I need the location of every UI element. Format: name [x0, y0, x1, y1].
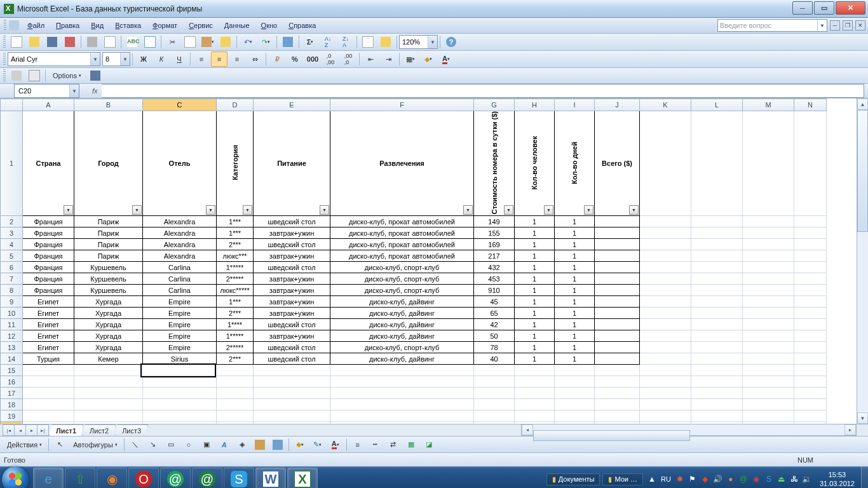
empty-cell[interactable] — [254, 410, 330, 422]
sort-asc-button[interactable]: A↓Z — [320, 34, 336, 50]
print-button[interactable] — [84, 34, 100, 50]
data-cell[interactable]: люкс***** — [217, 285, 254, 296]
empty-cell[interactable] — [474, 410, 515, 422]
oval-button[interactable]: ○ — [180, 437, 197, 452]
data-cell[interactable]: Париж — [74, 216, 143, 227]
empty-cell[interactable] — [515, 388, 555, 399]
data-cell[interactable]: 45 — [474, 296, 515, 308]
data-cell[interactable]: 78 — [474, 342, 515, 353]
empty-cell[interactable] — [515, 410, 555, 422]
taskbar-utorrent-button[interactable]: ⇧ — [65, 468, 95, 488]
underline-button[interactable]: Ч — [171, 51, 187, 67]
start-button[interactable] — [2, 466, 29, 488]
filter-button[interactable]: ▼ — [629, 205, 639, 215]
scroll-thumb[interactable] — [533, 430, 690, 441]
tab-nav-last-button[interactable]: ▸| — [37, 424, 49, 436]
taskbar-mailru-button[interactable]: @ — [160, 468, 191, 488]
empty-cell[interactable] — [640, 376, 691, 388]
data-cell[interactable]: Куршевель — [74, 273, 143, 285]
row-header-1[interactable]: 1 — [1, 111, 23, 216]
empty-cell[interactable] — [640, 410, 691, 422]
show-desktop-button[interactable] — [861, 466, 868, 488]
data-cell[interactable]: 2*** — [217, 353, 254, 365]
data-cell[interactable] — [595, 227, 640, 239]
menu-справка[interactable]: Справка — [283, 19, 322, 32]
row-header-2[interactable]: 2 — [1, 216, 23, 227]
toolbar-extra-button[interactable] — [87, 68, 104, 83]
empty-cell[interactable] — [217, 388, 254, 399]
data-cell[interactable]: Франция — [23, 227, 74, 239]
data-cell[interactable]: 1*** — [217, 216, 254, 227]
data-cell[interactable]: Франция — [23, 239, 74, 250]
menu-файл[interactable]: Файл — [22, 19, 50, 32]
taskbar-opera-button[interactable]: O — [128, 468, 159, 488]
mdi-close-button[interactable]: ✕ — [855, 20, 865, 30]
currency-button[interactable]: ₽ — [269, 51, 285, 67]
empty-cell[interactable] — [330, 388, 474, 399]
tab-nav-prev-button[interactable]: ◂ — [14, 424, 26, 436]
data-cell[interactable]: завтрак+ужин — [254, 285, 330, 296]
data-cell[interactable]: Франция — [23, 250, 74, 262]
filter-button[interactable]: ▼ — [132, 205, 142, 215]
data-cell[interactable]: шведский стол — [254, 353, 330, 365]
data-cell[interactable] — [595, 296, 640, 308]
empty-cell[interactable] — [217, 365, 254, 376]
tab-nav-next-button[interactable]: ▸ — [25, 424, 37, 436]
paste-button[interactable]: ▾ — [200, 34, 216, 50]
empty-cell[interactable] — [254, 376, 330, 388]
data-cell[interactable]: диско-клуб, прокат автомобилей — [330, 227, 474, 239]
empty-cell[interactable] — [555, 410, 595, 422]
clipart-button[interactable] — [252, 437, 268, 452]
maximize-button[interactable]: ▭ — [814, 1, 834, 15]
row-header-10[interactable]: 10 — [1, 308, 23, 319]
percent-button[interactable]: % — [287, 51, 303, 67]
empty-cell[interactable] — [23, 376, 74, 388]
draw-actions-button[interactable]: Действия▾ — [3, 437, 46, 452]
data-cell[interactable]: Франция — [23, 285, 74, 296]
tray-lang[interactable]: RU — [661, 475, 671, 483]
new-button[interactable] — [8, 34, 25, 50]
data-cell[interactable]: Египет — [23, 296, 74, 308]
data-cell[interactable]: Кемер — [74, 353, 143, 365]
redo-button[interactable]: ↷▾ — [257, 34, 274, 50]
empty-cell[interactable] — [474, 388, 515, 399]
sheet-tab-Лист3[interactable]: Лист3 — [115, 424, 148, 436]
data-cell[interactable] — [595, 250, 640, 262]
tab-nav-first-button[interactable]: |◂ — [3, 424, 15, 436]
data-cell[interactable]: Alexandra — [143, 227, 217, 239]
arrow-button[interactable]: ↘ — [145, 437, 161, 452]
menu-вставка[interactable]: Вставка — [109, 19, 147, 32]
spellcheck-button[interactable]: ABC — [124, 34, 140, 50]
tray-app1-icon[interactable]: ✱ — [675, 474, 685, 484]
font-name-combo[interactable]: Arial Cyr ▼ — [8, 52, 100, 66]
data-cell[interactable]: 432 — [474, 262, 515, 273]
open-button[interactable] — [26, 34, 43, 50]
data-cell[interactable]: 1 — [515, 353, 555, 365]
line-button[interactable]: ＼ — [127, 437, 144, 452]
row-header-5[interactable]: 5 — [1, 250, 23, 262]
data-cell[interactable]: Carlina — [143, 273, 217, 285]
data-cell[interactable]: шведский стол — [254, 216, 330, 227]
empty-cell[interactable] — [217, 376, 254, 388]
row-header-19[interactable]: 19 — [1, 410, 23, 422]
mdi-restore-button[interactable]: ❐ — [843, 20, 853, 30]
empty-cell[interactable] — [74, 388, 143, 399]
empty-cell[interactable] — [515, 365, 555, 376]
header-cell[interactable]: Кол-во человек▼ — [515, 111, 555, 216]
data-cell[interactable]: 2*** — [217, 308, 254, 319]
font-color-button[interactable]: A▾ — [438, 51, 454, 67]
data-cell[interactable]: Alexandra — [143, 250, 217, 262]
data-cell[interactable]: люкс*** — [217, 250, 254, 262]
data-cell[interactable]: Франция — [23, 273, 74, 285]
empty-cell[interactable] — [143, 376, 217, 388]
data-cell[interactable]: Empire — [143, 308, 217, 319]
data-cell[interactable]: диско-клуб, прокат автомобилей — [330, 239, 474, 250]
row-header-15[interactable]: 15 — [1, 365, 23, 376]
permission-button[interactable] — [62, 34, 78, 50]
empty-cell[interactable] — [640, 399, 691, 410]
drawing-toggle-button[interactable] — [377, 34, 394, 50]
chevron-down-icon[interactable]: ▼ — [90, 53, 100, 65]
empty-cell[interactable] — [74, 410, 143, 422]
data-cell[interactable] — [595, 353, 640, 365]
data-cell[interactable]: Empire — [143, 330, 217, 342]
